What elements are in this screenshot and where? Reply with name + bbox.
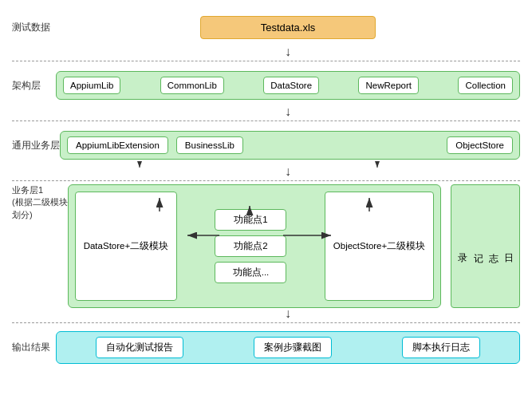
output-label: 输出结果 <box>12 341 56 354</box>
arrow-3: ↓ <box>56 166 520 177</box>
log-sidebar: 日 志 记 录 <box>451 184 520 308</box>
separator-2 <box>12 120 520 121</box>
biz1-func-2: 功能点... <box>215 262 286 283</box>
arrow-2: ↓ <box>56 106 520 117</box>
biz1-label: 业务层1 (根据二级模块 划分) <box>12 184 68 308</box>
output-content: 自动化测试报告 案例步骤截图 脚本执行日志 <box>56 331 520 364</box>
testdata-label: 测试数据 <box>12 21 56 34</box>
down-arrow-icon-3: ↓ <box>285 164 291 179</box>
biz-common-item-0: AppiumLibExtension <box>67 136 168 154</box>
arch-container: AppiumLib CommonLib DataStore NewReport … <box>56 71 520 100</box>
testdata-content: Testdata.xls <box>56 16 520 39</box>
output-item-1: 案例步骤截图 <box>254 337 332 358</box>
arrow-1: ↓ <box>56 46 520 57</box>
arch-content: AppiumLib CommonLib DataStore NewReport … <box>56 71 520 100</box>
arch-item-1: CommonLib <box>160 77 224 94</box>
biz-common-label: 通用业务层 <box>12 139 60 152</box>
biz1-func-0: 功能点1 <box>215 209 286 231</box>
separator-4 <box>12 322 520 323</box>
arch-label: 架构层 <box>12 79 56 93</box>
arch-item-0: AppiumLib <box>63 77 120 94</box>
down-arrow-icon-4: ↓ <box>285 306 291 321</box>
biz1-center: 功能点1 功能点2 功能点... <box>183 209 318 283</box>
biz-common-row: 通用业务层 AppiumLibExtension BusinessLib Obj… <box>12 124 520 166</box>
arch-row: 架构层 AppiumLib CommonLib DataStore NewRep… <box>12 65 520 106</box>
arrow-4: ↓ <box>56 308 520 319</box>
arch-item-3: NewReport <box>358 77 419 94</box>
testdata-box: Testdata.xls <box>200 16 376 39</box>
biz1-left-item: DataStore+二级模块 <box>75 192 178 301</box>
output-item-2: 脚本执行日志 <box>402 337 480 358</box>
biz-common-item-2: ObjectStore <box>447 136 513 154</box>
biz1-container: DataStore+二级模块 功能点1 功能点2 功能点... ObjectSt… <box>68 184 442 308</box>
biz-common-content: AppiumLibExtension BusinessLib ObjectSto… <box>60 131 520 160</box>
testdata-row: 测试数据 Testdata.xls <box>12 8 520 46</box>
biz-common-container: AppiumLibExtension BusinessLib ObjectSto… <box>60 131 520 160</box>
biz1-content: DataStore+二级模块 功能点1 功能点2 功能点... ObjectSt… <box>68 184 520 308</box>
down-arrow-icon-2: ↓ <box>285 105 291 119</box>
biz1-right-item: ObjectStore+二级模块 <box>325 192 434 301</box>
arch-item-2: DataStore <box>263 77 319 94</box>
separator-1 <box>12 61 520 61</box>
arch-item-4: Collection <box>458 77 513 94</box>
biz-common-item-1: BusinessLib <box>176 136 243 154</box>
diagram: 测试数据 Testdata.xls ↓ 架构层 AppiumLib Common… <box>0 0 532 399</box>
output-item-0: 自动化测试报告 <box>96 337 183 358</box>
output-container: 自动化测试报告 案例步骤截图 脚本执行日志 <box>56 331 520 364</box>
biz1-row: 业务层1 (根据二级模块 划分) DataStore+二级模块 功能点1 功能点… <box>12 184 520 308</box>
separator-3 <box>12 180 520 181</box>
down-arrow-icon: ↓ <box>285 45 291 59</box>
output-row: 输出结果 自动化测试报告 案例步骤截图 脚本执行日志 <box>12 326 520 368</box>
biz1-func-1: 功能点2 <box>215 235 286 257</box>
